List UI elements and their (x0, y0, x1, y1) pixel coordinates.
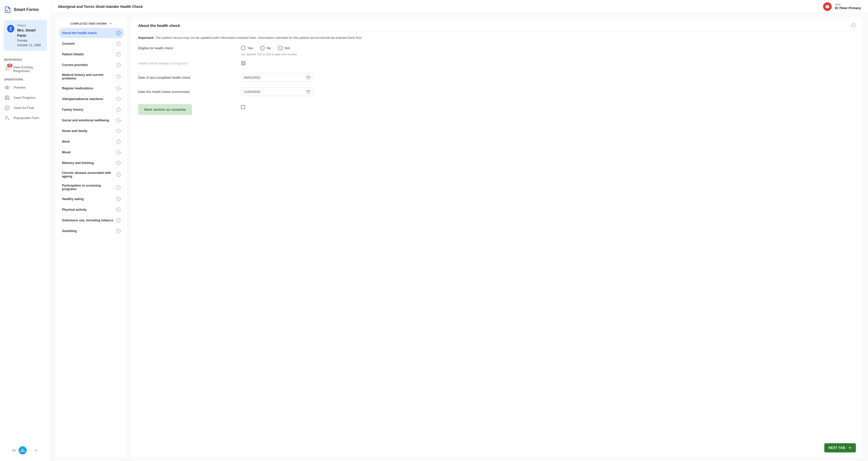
tab-item[interactable]: Allergies/adverse reactions (59, 94, 124, 104)
progress-icon (116, 41, 121, 46)
eligible-radio-na[interactable]: N/A (278, 46, 290, 50)
tabs-header-label: COMPLETED TABS SHOWN (70, 22, 107, 25)
collapse-sidebar-button[interactable] (34, 448, 38, 452)
user-block[interactable]: User Dr Peter Primary (823, 2, 861, 11)
tab-label: Regular medications (62, 87, 93, 90)
tab-item[interactable]: Home and family (59, 126, 124, 136)
in-progress-checkbox[interactable] (241, 61, 246, 65)
eligible-radio-yes[interactable]: Yes (241, 46, 253, 50)
tab-label: Memory and thinking (62, 161, 94, 165)
user-label: User (835, 3, 861, 6)
patient-avatar-icon (7, 25, 14, 32)
tab-item[interactable]: Gambling (59, 226, 124, 236)
tab-label: Allergies/adverse reactions (62, 97, 103, 101)
commenced-value: 12/03/2024 (244, 90, 260, 94)
tab-item[interactable]: Work (59, 137, 124, 147)
sidebar-item-repopulate[interactable]: Repopulate Form (0, 113, 51, 123)
next-tab-label: NEXT TAB (828, 446, 845, 450)
tab-label: Current priorities (62, 63, 88, 67)
sidebar-item-save-progress[interactable]: Save Progress (0, 93, 51, 103)
responses-header: RESPONSES (0, 56, 51, 63)
tabs-panel: COMPLETED TABS SHOWN About the health ch… (56, 17, 127, 457)
svg-rect-5 (307, 90, 310, 93)
eligible-radio-group: Yes No N/A (241, 46, 856, 50)
arrow-right-icon (848, 446, 852, 450)
tab-item[interactable]: Participation in screening programs (59, 181, 124, 193)
tab-item[interactable]: Substance use, including tobacco (59, 215, 124, 225)
next-tab-button[interactable]: NEXT TAB (824, 443, 856, 452)
important-notice: Important: The patient record may not be… (138, 36, 856, 40)
app-logo-row: Smart Forms (0, 4, 51, 18)
sidebar-item-view-responses[interactable]: 10 View Existing Responses (0, 63, 51, 75)
tab-label: Work (62, 140, 70, 143)
tab-item[interactable]: Regular medications (59, 83, 124, 93)
svg-rect-4 (307, 76, 310, 79)
mark-complete-checkbox[interactable] (241, 105, 245, 109)
form-section-title: About the health check (138, 23, 180, 28)
repopulate-label: Repopulate Form (14, 116, 39, 120)
progress-icon (116, 207, 121, 212)
tab-item[interactable]: Mood (59, 147, 124, 157)
tab-item[interactable]: Family history (59, 105, 124, 115)
important-text: The patient record may not be updated wi… (155, 36, 362, 40)
radio-icon (278, 46, 283, 50)
save-icon (5, 95, 10, 100)
tab-label: Home and family (62, 129, 87, 133)
by-label: By (12, 449, 16, 452)
progress-icon (116, 52, 121, 57)
svg-point-2 (5, 106, 9, 110)
in-progress-label: Health check already in progress? (138, 61, 241, 65)
progress-icon (116, 185, 121, 190)
patient-gender: Female (17, 38, 43, 43)
tab-item[interactable]: Healthy eating (59, 194, 124, 204)
progress-icon (116, 74, 121, 79)
progress-icon (116, 196, 121, 202)
save-final-label: Save As Final (14, 106, 34, 110)
eligible-label: Eligible for health check (138, 46, 241, 50)
tab-item[interactable]: Current priorities (59, 60, 124, 70)
tab-label: Participation in screening programs (62, 184, 116, 191)
tab-item[interactable]: Memory and thinking (59, 158, 124, 168)
eligible-radio-no[interactable]: No (260, 46, 271, 50)
sidebar-item-preview[interactable]: Preview (0, 83, 51, 93)
tab-item[interactable]: Patient Details (59, 49, 124, 59)
radio-icon (260, 46, 265, 50)
tab-item[interactable]: Physical activity (59, 205, 124, 215)
eye-icon (5, 85, 10, 90)
sidebar: Smart Forms Patient Mrs. Smart Form Fema… (0, 0, 51, 461)
progress-icon (116, 107, 121, 112)
mark-complete-button[interactable]: Mark section as complete (138, 104, 192, 115)
important-label: Important: (138, 36, 154, 40)
page-title: Aboriginal and Torres Strait Islander He… (58, 5, 143, 9)
progress-icon (116, 160, 121, 166)
medical-bag-icon (823, 2, 832, 11)
progress-icon (116, 218, 121, 223)
svg-point-1 (7, 87, 8, 88)
calendar-icon[interactable] (306, 75, 310, 79)
tab-label: Gambling (62, 229, 77, 233)
responses-badge: 10 (7, 64, 12, 67)
tabs-panel-header[interactable]: COMPLETED TABS SHOWN (57, 20, 125, 28)
app-logo-icon (4, 6, 11, 13)
sidebar-item-save-final[interactable]: Save As Final (0, 103, 51, 113)
commenced-date-input[interactable]: 12/03/2024 (241, 87, 313, 96)
patient-meta: Patient Mrs. Smart Form Female October 1… (17, 23, 43, 47)
progress-icon (116, 118, 121, 123)
tab-item[interactable]: Social and emotional wellbeing (59, 115, 124, 125)
csiro-logo-icon: IIII CSIRO (19, 446, 27, 454)
tab-item[interactable]: About the health check (59, 28, 124, 38)
tab-label: Healthy eating (62, 197, 84, 201)
patient-card[interactable]: Patient Mrs. Smart Form Female October 1… (4, 20, 47, 51)
progress-icon (116, 150, 121, 155)
tab-item[interactable]: Medical history and current problems (59, 71, 124, 83)
tab-label: Chronic disease associated with ageing (62, 171, 116, 178)
progress-icon (116, 62, 121, 68)
tab-label: Patient Details (62, 53, 84, 56)
calendar-icon[interactable] (306, 90, 310, 94)
last-completed-date-input[interactable]: 05/02/2023 (241, 73, 313, 82)
tab-item[interactable]: Consent (59, 39, 124, 49)
progress-icon (116, 86, 121, 91)
tab-item[interactable]: Chronic disease associated with ageing (59, 169, 124, 181)
form-panel: About the health check Important: The pa… (131, 17, 863, 457)
progress-icon (116, 96, 121, 102)
